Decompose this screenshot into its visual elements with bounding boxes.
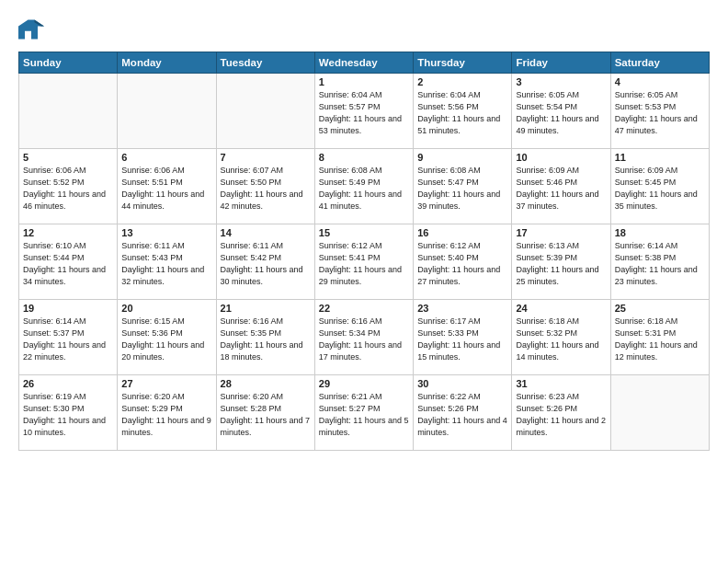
calendar-cell: 29Sunrise: 6:21 AMSunset: 5:27 PMDayligh…	[314, 375, 413, 451]
sunrise-text: Sunrise: 6:12 AM	[319, 241, 382, 250]
sunset-text: Sunset: 5:43 PM	[121, 253, 183, 262]
weekday-header: Thursday	[414, 52, 512, 74]
cell-details: Sunrise: 6:05 AMSunset: 5:54 PMDaylight:…	[516, 89, 606, 137]
day-number: 11	[615, 152, 705, 163]
calendar-cell: 28Sunrise: 6:20 AMSunset: 5:28 PMDayligh…	[216, 375, 314, 451]
weekday-header: Saturday	[610, 52, 709, 74]
sunrise-text: Sunrise: 6:15 AM	[121, 316, 185, 326]
calendar-week-row: 1Sunrise: 6:04 AMSunset: 5:57 PMDaylight…	[19, 74, 710, 149]
sunrise-text: Sunrise: 6:17 AM	[417, 316, 481, 326]
sunrise-text: Sunrise: 6:14 AM	[23, 316, 86, 326]
daylight-text: Daylight: 11 hours and 18 minutes.	[221, 340, 303, 362]
sunset-text: Sunset: 5:56 PM	[417, 102, 479, 111]
sunset-text: Sunset: 5:28 PM	[221, 404, 282, 413]
daylight-text: Daylight: 11 hours and 20 minutes.	[121, 340, 204, 362]
day-number: 17	[516, 227, 606, 238]
sunset-text: Sunset: 5:37 PM	[23, 328, 85, 338]
day-number: 23	[417, 303, 507, 314]
daylight-text: Daylight: 11 hours and 32 minutes.	[121, 265, 204, 286]
sunrise-text: Sunrise: 6:08 AM	[319, 166, 382, 175]
cell-details: Sunrise: 6:18 AMSunset: 5:32 PMDaylight:…	[516, 316, 606, 363]
day-number: 2	[417, 76, 507, 87]
sunrise-text: Sunrise: 6:10 AM	[23, 241, 86, 250]
weekday-header: Friday	[512, 52, 610, 74]
daylight-text: Daylight: 11 hours and 23 minutes.	[615, 265, 698, 286]
daylight-text: Daylight: 11 hours and 46 minutes.	[23, 190, 106, 211]
cell-details: Sunrise: 6:21 AMSunset: 5:27 PMDaylight:…	[319, 391, 409, 439]
calendar-week-row: 19Sunrise: 6:14 AMSunset: 5:37 PMDayligh…	[19, 300, 710, 375]
calendar-cell: 14Sunrise: 6:11 AMSunset: 5:42 PMDayligh…	[216, 224, 314, 300]
day-number: 25	[615, 303, 705, 314]
calendar-cell: 9Sunrise: 6:08 AMSunset: 5:47 PMDaylight…	[414, 149, 512, 224]
sunrise-text: Sunrise: 6:16 AM	[319, 316, 382, 326]
calendar-cell: 27Sunrise: 6:20 AMSunset: 5:29 PMDayligh…	[118, 375, 216, 451]
cell-details: Sunrise: 6:23 AMSunset: 5:26 PMDaylight:…	[516, 391, 606, 439]
cell-details: Sunrise: 6:20 AMSunset: 5:28 PMDaylight:…	[221, 391, 311, 439]
sunset-text: Sunset: 5:40 PM	[417, 253, 479, 262]
cell-details: Sunrise: 6:04 AMSunset: 5:56 PMDaylight:…	[417, 89, 507, 137]
day-number: 5	[23, 152, 113, 163]
sunset-text: Sunset: 5:54 PM	[516, 102, 577, 111]
sunset-text: Sunset: 5:45 PM	[615, 178, 677, 187]
day-number: 19	[23, 303, 113, 314]
sunrise-text: Sunrise: 6:09 AM	[516, 166, 579, 175]
daylight-text: Daylight: 11 hours and 25 minutes.	[516, 265, 598, 286]
daylight-text: Daylight: 11 hours and 37 minutes.	[516, 190, 598, 211]
calendar-table: SundayMondayTuesdayWednesdayThursdayFrid…	[18, 52, 710, 451]
daylight-text: Daylight: 11 hours and 44 minutes.	[121, 190, 204, 211]
cell-details: Sunrise: 6:12 AMSunset: 5:40 PMDaylight:…	[417, 240, 507, 288]
daylight-text: Daylight: 11 hours and 10 minutes.	[23, 416, 106, 437]
calendar-cell: 17Sunrise: 6:13 AMSunset: 5:39 PMDayligh…	[512, 224, 610, 300]
cell-details: Sunrise: 6:20 AMSunset: 5:29 PMDaylight:…	[121, 391, 211, 439]
cell-details: Sunrise: 6:08 AMSunset: 5:47 PMDaylight:…	[417, 165, 507, 213]
cell-details: Sunrise: 6:06 AMSunset: 5:51 PMDaylight:…	[121, 165, 211, 213]
calendar-cell	[118, 74, 216, 149]
calendar-week-row: 26Sunrise: 6:19 AMSunset: 5:30 PMDayligh…	[19, 375, 710, 451]
calendar-cell: 13Sunrise: 6:11 AMSunset: 5:43 PMDayligh…	[118, 224, 216, 300]
sunrise-text: Sunrise: 6:18 AM	[615, 316, 678, 326]
calendar-cell: 10Sunrise: 6:09 AMSunset: 5:46 PMDayligh…	[512, 149, 610, 224]
cell-details: Sunrise: 6:16 AMSunset: 5:34 PMDaylight:…	[319, 316, 409, 363]
sunset-text: Sunset: 5:32 PM	[516, 328, 577, 338]
calendar-cell: 21Sunrise: 6:16 AMSunset: 5:35 PMDayligh…	[216, 300, 314, 375]
sunset-text: Sunset: 5:34 PM	[319, 328, 381, 338]
sunset-text: Sunset: 5:35 PM	[221, 328, 282, 338]
cell-details: Sunrise: 6:11 AMSunset: 5:43 PMDaylight:…	[121, 240, 211, 288]
sunset-text: Sunset: 5:46 PM	[516, 178, 577, 187]
sunrise-text: Sunrise: 6:20 AM	[121, 392, 185, 401]
day-number: 26	[23, 378, 113, 389]
weekday-header: Sunday	[19, 52, 118, 74]
daylight-text: Daylight: 11 hours and 35 minutes.	[615, 190, 698, 211]
sunset-text: Sunset: 5:38 PM	[615, 253, 677, 262]
daylight-text: Daylight: 11 hours and 7 minutes.	[221, 416, 311, 437]
daylight-text: Daylight: 11 hours and 27 minutes.	[417, 265, 500, 286]
daylight-text: Daylight: 11 hours and 9 minutes.	[121, 416, 211, 437]
day-number: 3	[516, 76, 606, 87]
cell-details: Sunrise: 6:04 AMSunset: 5:57 PMDaylight:…	[319, 89, 409, 137]
sunrise-text: Sunrise: 6:20 AM	[221, 392, 284, 401]
cell-details: Sunrise: 6:08 AMSunset: 5:49 PMDaylight:…	[319, 165, 409, 213]
daylight-text: Daylight: 11 hours and 12 minutes.	[615, 340, 698, 362]
calendar-cell	[216, 74, 314, 149]
cell-details: Sunrise: 6:15 AMSunset: 5:36 PMDaylight:…	[121, 316, 211, 363]
calendar-cell: 30Sunrise: 6:22 AMSunset: 5:26 PMDayligh…	[414, 375, 512, 451]
calendar-cell: 4Sunrise: 6:05 AMSunset: 5:53 PMDaylight…	[610, 74, 709, 149]
daylight-text: Daylight: 11 hours and 4 minutes.	[417, 416, 507, 437]
sunrise-text: Sunrise: 6:14 AM	[615, 241, 678, 250]
sunrise-text: Sunrise: 6:22 AM	[417, 392, 481, 401]
sunrise-text: Sunrise: 6:11 AM	[221, 241, 284, 250]
calendar-cell: 3Sunrise: 6:05 AMSunset: 5:54 PMDaylight…	[512, 74, 610, 149]
weekday-header: Wednesday	[314, 52, 413, 74]
day-number: 1	[319, 76, 409, 87]
cell-details: Sunrise: 6:18 AMSunset: 5:31 PMDaylight:…	[615, 316, 705, 363]
day-number: 7	[221, 152, 311, 163]
daylight-text: Daylight: 11 hours and 41 minutes.	[319, 190, 402, 211]
sunrise-text: Sunrise: 6:13 AM	[516, 241, 579, 250]
day-number: 24	[516, 303, 606, 314]
sunset-text: Sunset: 5:49 PM	[319, 178, 381, 187]
header	[18, 17, 710, 42]
sunrise-text: Sunrise: 6:05 AM	[516, 90, 579, 99]
logo-icon	[18, 17, 44, 42]
sunrise-text: Sunrise: 6:04 AM	[319, 90, 382, 99]
sunset-text: Sunset: 5:53 PM	[615, 102, 677, 111]
